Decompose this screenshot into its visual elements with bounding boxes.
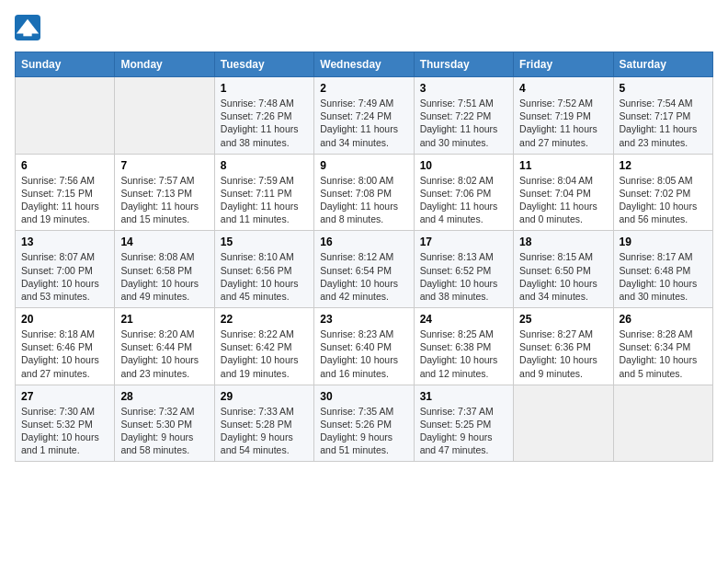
cell-content: Sunrise: 8:27 AMSunset: 6:36 PMDaylight:… (519, 327, 607, 380)
day-number: 20 (21, 313, 108, 326)
calendar-cell: 10Sunrise: 8:02 AMSunset: 7:06 PMDayligh… (414, 154, 513, 231)
cell-content: Sunrise: 8:08 AMSunset: 6:58 PMDaylight:… (120, 250, 208, 303)
calendar-cell: 12Sunrise: 8:05 AMSunset: 7:02 PMDayligh… (613, 154, 712, 231)
weekday-header: Thursday (414, 52, 513, 77)
day-number: 16 (320, 236, 407, 248)
calendar-week-row: 27Sunrise: 7:30 AMSunset: 5:32 PMDayligh… (16, 385, 713, 462)
day-number: 8 (221, 159, 308, 172)
cell-content: Sunrise: 7:35 AMSunset: 5:26 PMDaylight:… (320, 405, 407, 457)
calendar-cell: 13Sunrise: 8:07 AMSunset: 7:00 PMDayligh… (16, 231, 115, 308)
calendar-cell: 1Sunrise: 7:48 AMSunset: 7:26 PMDaylight… (214, 77, 313, 155)
day-number: 29 (221, 390, 308, 403)
day-number: 23 (320, 313, 407, 326)
calendar-cell: 24Sunrise: 8:25 AMSunset: 6:38 PMDayligh… (414, 308, 513, 385)
cell-content: Sunrise: 7:33 AMSunset: 5:28 PMDaylight:… (221, 405, 308, 457)
calendar-cell: 14Sunrise: 8:08 AMSunset: 6:58 PMDayligh… (115, 231, 214, 308)
svg-rect-2 (23, 30, 31, 37)
calendar-week-row: 13Sunrise: 8:07 AMSunset: 7:00 PMDayligh… (16, 231, 713, 308)
weekday-header: Saturday (613, 52, 712, 77)
cell-content: Sunrise: 8:00 AMSunset: 7:08 PMDaylight:… (320, 174, 407, 226)
day-number: 30 (320, 390, 407, 403)
cell-content: Sunrise: 8:05 AMSunset: 7:02 PMDaylight:… (620, 174, 707, 226)
calendar-week-row: 1Sunrise: 7:48 AMSunset: 7:26 PMDaylight… (16, 77, 713, 155)
day-number: 6 (21, 159, 108, 172)
day-number: 15 (221, 236, 308, 248)
cell-content: Sunrise: 8:22 AMSunset: 6:42 PMDaylight:… (221, 327, 308, 380)
day-number: 12 (620, 159, 707, 172)
cell-content: Sunrise: 8:25 AMSunset: 6:38 PMDaylight:… (420, 327, 507, 380)
calendar-cell: 2Sunrise: 7:49 AMSunset: 7:24 PMDaylight… (314, 77, 414, 155)
calendar-cell: 18Sunrise: 8:15 AMSunset: 6:50 PMDayligh… (514, 231, 613, 308)
calendar-cell: 31Sunrise: 7:37 AMSunset: 5:25 PMDayligh… (414, 385, 513, 462)
calendar-cell: 28Sunrise: 7:32 AMSunset: 5:30 PMDayligh… (115, 385, 214, 462)
cell-content: Sunrise: 8:15 AMSunset: 6:50 PMDaylight:… (519, 250, 607, 303)
cell-content: Sunrise: 7:52 AMSunset: 7:19 PMDaylight:… (519, 97, 607, 149)
calendar-table: SundayMondayTuesdayWednesdayThursdayFrid… (15, 52, 713, 462)
day-number: 25 (519, 313, 607, 326)
day-number: 1 (221, 82, 308, 95)
calendar-cell: 5Sunrise: 7:54 AMSunset: 7:17 PMDaylight… (613, 77, 712, 155)
calendar-cell: 7Sunrise: 7:57 AMSunset: 7:13 PMDaylight… (115, 154, 214, 231)
calendar-cell: 19Sunrise: 8:17 AMSunset: 6:48 PMDayligh… (613, 231, 712, 308)
calendar-cell: 8Sunrise: 7:59 AMSunset: 7:11 PMDaylight… (214, 154, 313, 231)
cell-content: Sunrise: 7:59 AMSunset: 7:11 PMDaylight:… (221, 174, 308, 226)
day-number: 4 (519, 82, 607, 95)
cell-content: Sunrise: 8:17 AMSunset: 6:48 PMDaylight:… (620, 250, 707, 303)
calendar-cell: 3Sunrise: 7:51 AMSunset: 7:22 PMDaylight… (414, 77, 513, 155)
day-number: 11 (519, 159, 607, 172)
day-number: 18 (519, 236, 607, 248)
day-number: 19 (620, 236, 707, 248)
calendar-cell: 16Sunrise: 8:12 AMSunset: 6:54 PMDayligh… (314, 231, 414, 308)
day-number: 21 (120, 313, 208, 326)
cell-content: Sunrise: 7:37 AMSunset: 5:25 PMDaylight:… (420, 405, 507, 457)
calendar-cell: 22Sunrise: 8:22 AMSunset: 6:42 PMDayligh… (214, 308, 313, 385)
day-number: 31 (420, 390, 507, 403)
cell-content: Sunrise: 7:51 AMSunset: 7:22 PMDaylight:… (420, 97, 507, 149)
weekday-header: Sunday (16, 52, 115, 77)
cell-content: Sunrise: 8:28 AMSunset: 6:34 PMDaylight:… (620, 327, 707, 380)
page-header (15, 15, 713, 40)
logo (15, 15, 44, 40)
weekday-header: Friday (514, 52, 613, 77)
cell-content: Sunrise: 8:20 AMSunset: 6:44 PMDaylight:… (120, 327, 208, 380)
day-number: 2 (320, 82, 407, 95)
day-number: 3 (420, 82, 507, 95)
calendar-week-row: 20Sunrise: 8:18 AMSunset: 6:46 PMDayligh… (16, 308, 713, 385)
calendar-cell: 11Sunrise: 8:04 AMSunset: 7:04 PMDayligh… (514, 154, 613, 231)
weekday-header: Tuesday (214, 52, 313, 77)
calendar-cell: 21Sunrise: 8:20 AMSunset: 6:44 PMDayligh… (115, 308, 214, 385)
day-number: 13 (21, 236, 108, 248)
calendar-cell: 30Sunrise: 7:35 AMSunset: 5:26 PMDayligh… (314, 385, 414, 462)
cell-content: Sunrise: 8:02 AMSunset: 7:06 PMDaylight:… (420, 174, 507, 226)
cell-content: Sunrise: 7:30 AMSunset: 5:32 PMDaylight:… (21, 405, 108, 457)
calendar-cell: 9Sunrise: 8:00 AMSunset: 7:08 PMDaylight… (314, 154, 414, 231)
calendar-cell: 26Sunrise: 8:28 AMSunset: 6:34 PMDayligh… (613, 308, 712, 385)
cell-content: Sunrise: 7:56 AMSunset: 7:15 PMDaylight:… (21, 174, 108, 226)
cell-content: Sunrise: 8:23 AMSunset: 6:40 PMDaylight:… (320, 327, 407, 380)
day-number: 17 (420, 236, 507, 248)
calendar-cell: 29Sunrise: 7:33 AMSunset: 5:28 PMDayligh… (214, 385, 313, 462)
day-number: 24 (420, 313, 507, 326)
cell-content: Sunrise: 8:07 AMSunset: 7:00 PMDaylight:… (21, 250, 108, 303)
calendar-cell (514, 385, 613, 462)
day-number: 9 (320, 159, 407, 172)
calendar-cell (613, 385, 712, 462)
cell-content: Sunrise: 8:12 AMSunset: 6:54 PMDaylight:… (320, 250, 407, 303)
cell-content: Sunrise: 7:57 AMSunset: 7:13 PMDaylight:… (120, 174, 208, 226)
weekday-header: Wednesday (314, 52, 414, 77)
calendar-cell: 17Sunrise: 8:13 AMSunset: 6:52 PMDayligh… (414, 231, 513, 308)
day-number: 14 (120, 236, 208, 248)
cell-content: Sunrise: 7:48 AMSunset: 7:26 PMDaylight:… (221, 97, 308, 149)
day-number: 22 (221, 313, 308, 326)
weekday-header: Monday (115, 52, 214, 77)
calendar-cell (115, 77, 214, 155)
calendar-cell (16, 77, 115, 155)
weekday-header-row: SundayMondayTuesdayWednesdayThursdayFrid… (16, 52, 713, 77)
day-number: 7 (120, 159, 208, 172)
logo-icon (15, 15, 40, 40)
cell-content: Sunrise: 7:49 AMSunset: 7:24 PMDaylight:… (320, 97, 407, 149)
calendar-week-row: 6Sunrise: 7:56 AMSunset: 7:15 PMDaylight… (16, 154, 713, 231)
calendar-cell: 20Sunrise: 8:18 AMSunset: 6:46 PMDayligh… (16, 308, 115, 385)
cell-content: Sunrise: 7:54 AMSunset: 7:17 PMDaylight:… (620, 97, 707, 149)
cell-content: Sunrise: 8:04 AMSunset: 7:04 PMDaylight:… (519, 174, 607, 226)
